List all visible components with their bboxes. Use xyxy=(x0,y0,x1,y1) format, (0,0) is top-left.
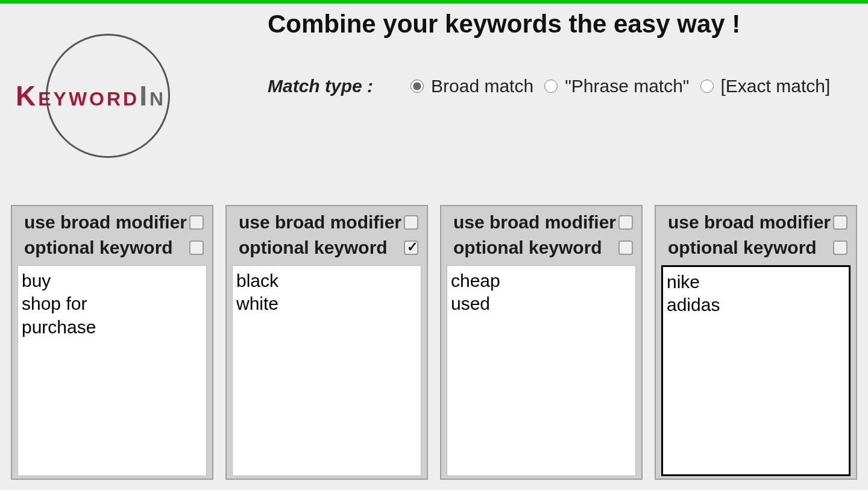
match-option-broad-label: Broad match xyxy=(431,76,533,96)
broad-modifier-label: use broad modifier xyxy=(668,212,831,233)
logo-word-in: In xyxy=(139,80,166,112)
logo: KeywordIn xyxy=(10,8,215,153)
page-title: Combine your keywords the easy way ! xyxy=(268,10,868,39)
broad-modifier-label: use broad modifier xyxy=(24,212,187,233)
keyword-columns: use broad modifier optional keyword use … xyxy=(0,205,868,480)
broad-modifier-checkbox-3[interactable] xyxy=(618,215,633,230)
optional-keyword-label: optional keyword xyxy=(24,237,173,258)
match-option-broad[interactable]: Broad match xyxy=(410,76,533,96)
optional-keyword-label: optional keyword xyxy=(668,237,817,258)
optional-keyword-checkbox-3[interactable] xyxy=(618,240,633,255)
broad-modifier-checkbox-4[interactable] xyxy=(833,215,848,230)
keyword-column-2: use broad modifier optional keyword xyxy=(225,205,428,480)
match-radio-exact[interactable] xyxy=(700,80,714,93)
optional-keyword-checkbox-2[interactable] xyxy=(404,240,418,255)
match-radio-broad[interactable] xyxy=(410,80,424,93)
broad-modifier-label: use broad modifier xyxy=(239,212,401,233)
broad-modifier-checkbox-1[interactable] xyxy=(189,215,204,230)
match-type-label: Match type : xyxy=(268,76,373,96)
optional-keyword-label: optional keyword xyxy=(239,237,388,258)
keyword-column-1: use broad modifier optional keyword xyxy=(11,205,213,480)
keyword-input-3[interactable] xyxy=(447,265,636,476)
optional-keyword-checkbox-4[interactable] xyxy=(833,240,848,255)
logo-text: KeywordIn xyxy=(16,80,166,112)
match-type-row: Match type : Broad match "Phrase match" … xyxy=(268,76,868,96)
optional-keyword-checkbox-1[interactable] xyxy=(189,240,204,255)
keyword-input-1[interactable] xyxy=(17,265,207,476)
match-option-exact-label: [Exact match] xyxy=(721,76,831,96)
match-option-exact[interactable]: [Exact match] xyxy=(700,76,831,96)
match-option-phrase[interactable]: "Phrase match" xyxy=(544,76,689,96)
match-option-phrase-label: "Phrase match" xyxy=(565,76,689,96)
optional-keyword-label: optional keyword xyxy=(453,237,602,258)
keyword-input-4[interactable] xyxy=(661,265,851,476)
broad-modifier-label: use broad modifier xyxy=(453,212,616,233)
match-radio-phrase[interactable] xyxy=(544,80,558,93)
keyword-input-2[interactable] xyxy=(232,265,421,476)
keyword-column-4: use broad modifier optional keyword xyxy=(655,205,857,480)
logo-word-keyword: Keyword xyxy=(16,80,139,112)
broad-modifier-checkbox-2[interactable] xyxy=(404,215,418,230)
keyword-column-3: use broad modifier optional keyword xyxy=(440,205,643,480)
